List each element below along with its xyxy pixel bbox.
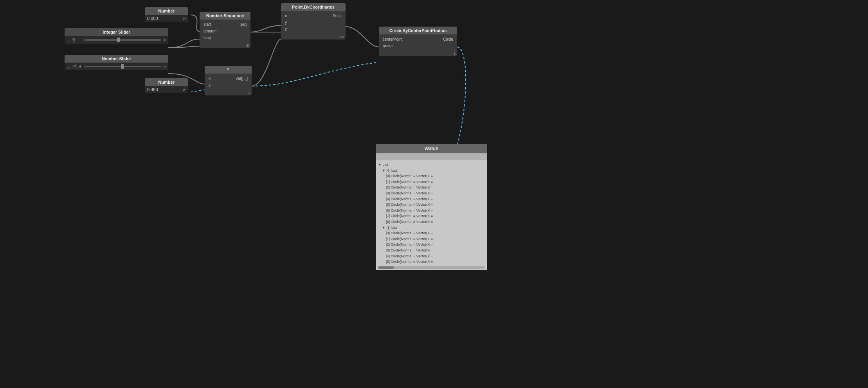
multiply-header: * [205, 66, 252, 74]
number-node-2: Number 0.450 > [145, 78, 188, 93]
circle-row-radius: radius [381, 43, 455, 49]
number-node-1-value: 0.000 [147, 16, 158, 21]
tree-item-0-3: [3] Circle(Normal = Vector(X = [378, 190, 485, 196]
seq-row-start: start seq [202, 21, 248, 28]
tree-item-0-1: [1] Circle(Normal = Vector(X = [378, 179, 485, 185]
integer-slider-body[interactable]: ⌄ 9 > [65, 36, 168, 44]
point-row-x: x Point [283, 13, 343, 19]
point-output: Point [333, 14, 343, 18]
integer-slider-value: 9 [72, 38, 82, 42]
mult-row-x: x var[]..[] [207, 75, 249, 82]
integer-slider-right-arrow: > [164, 38, 166, 42]
number-node-2-body[interactable]: 0.450 > [145, 86, 188, 93]
watch-node: Watch > > ▼ List ▼ [0] List [0] Circle(N… [376, 144, 487, 270]
watch-output-label: > [483, 154, 485, 159]
circle-port-radius: radius [381, 43, 395, 48]
number-node-1: Number 0.000 > [145, 7, 188, 22]
seq-port-amount: amount [202, 29, 218, 34]
tree-item-1-3: [3] Circle(Normal = Vector(X = [378, 248, 485, 253]
multiply-node: * x var[]..[] y 1 [205, 66, 252, 95]
watch-input-label: > [378, 154, 380, 159]
circle-by-center-point-radius-node: Circle.ByCenterPointRadius centerPoint C… [379, 27, 457, 56]
tree-item-0-5: [5] Circle(Normal = Vector(X = [378, 202, 485, 208]
multiply-footer: 1 [205, 90, 252, 95]
number-node-2-arrow: > [183, 87, 185, 92]
tree-item-0-0: [0] Circle(Normal = Vector(X = [378, 173, 485, 179]
seq-port-start: start [202, 22, 212, 27]
point-row-z: z [283, 26, 343, 32]
number-node-1-body[interactable]: 0.000 > [145, 15, 188, 22]
mult-row-y: y [207, 82, 249, 88]
multiply-body: x var[]..[] y [205, 74, 252, 90]
integer-slider-header: Integer Slider [65, 28, 168, 36]
number-slider-right-arrow: > [164, 64, 166, 69]
tree-item-1-5: [5] Circle(Normal = Vector(X = [378, 259, 485, 265]
circle-port-center: centerPoint [381, 37, 404, 42]
number-slider-body[interactable]: ⌄ 21.9 > [65, 63, 168, 70]
integer-slider-track[interactable] [84, 39, 161, 41]
point-footer-text: xxx [339, 35, 344, 39]
point-node-footer: xxx [281, 34, 346, 40]
tree-item-1-2: [2] Circle(Normal = Vector(X = [378, 242, 485, 248]
watch-content: ▼ List ▼ [0] List [0] Circle(Normal = Ve… [376, 160, 487, 270]
number-sequence-header: Number Sequence [200, 12, 250, 20]
slider-chevron-icon: ⌄ [67, 38, 70, 42]
tree-item-1-0: [0] Circle(Normal = Vector(X = [378, 230, 485, 236]
circle-node-body: centerPoint Circle radius [379, 34, 457, 51]
tree-item-0-8: [8] Circle(Normal = Vector(X = [378, 219, 485, 225]
point-port-y: y [283, 20, 288, 25]
tree-item-0-7: [7] Circle(Normal = Vector(X = [378, 213, 485, 219]
tree-item-list: ▼ List [378, 162, 485, 168]
integer-slider-thumb[interactable] [117, 38, 120, 42]
tree-item-0-4: [4] Circle(Normal = Vector(X = [378, 196, 485, 202]
seq-footer-text: ||| [246, 43, 249, 47]
tree-item-1-list: ▼ [1] List [378, 225, 485, 231]
seq-output-seq: seq [240, 22, 248, 27]
number-node-2-header: Number [145, 78, 188, 86]
seq-port-step: step [202, 35, 212, 40]
mult-footer-text: 1 [248, 91, 250, 95]
point-by-coordinates-node: Point.ByCoordinates x Point y z xxx [281, 3, 346, 40]
tree-item-0-6: [6] Circle(Normal = Vector(X = [378, 208, 485, 214]
number-sequence-footer: ||| [200, 43, 250, 48]
mult-port-y: y [207, 83, 212, 88]
seq-row-amount: amount [202, 28, 248, 34]
tree-item-0-2: [2] Circle(Normal = Vector(X = [378, 185, 485, 190]
canvas: Number 0.000 > Integer Slider ⌄ 9 > Numb… [0, 0, 868, 388]
circle-output: Circle [443, 37, 455, 41]
mult-output: var[]..[] [236, 76, 249, 81]
tree-item-1-4: [4] Circle(Normal = Vector(X = [378, 253, 485, 259]
point-port-z: z [283, 27, 288, 32]
circle-node-footer: 1 [379, 51, 457, 56]
circle-footer-text: 1 [454, 52, 456, 56]
watch-input-row[interactable]: > > [376, 153, 487, 160]
number-slider-header: Number Slider [65, 55, 168, 63]
number-node-2-value: 0.450 [147, 87, 158, 92]
circle-row-center: centerPoint Circle [381, 36, 455, 43]
number-slider-track[interactable] [84, 66, 161, 67]
mult-port-x: x [207, 76, 212, 81]
point-node-header: Point.ByCoordinates [281, 3, 346, 11]
integer-slider-node: Integer Slider ⌄ 9 > [65, 28, 168, 44]
watch-scrollbar[interactable] [378, 266, 485, 269]
number-slider-thumb[interactable] [121, 64, 124, 69]
circle-node-header: Circle.ByCenterPointRadius [379, 27, 457, 34]
tree-item-0-list: ▼ [0] List [378, 168, 485, 174]
seq-row-step: step [202, 34, 248, 41]
watch-scrollbar-thumb[interactable] [378, 266, 394, 269]
point-node-body: x Point y z [281, 11, 346, 34]
number-sequence-body: start seq amount step [200, 20, 250, 43]
watch-header: Watch [376, 144, 487, 153]
number-node-1-header: Number [145, 7, 188, 15]
num-slider-chevron-icon: ⌄ [67, 65, 70, 69]
number-node-1-arrow: > [183, 16, 185, 21]
number-sequence-node: Number Sequence start seq amount step ||… [200, 12, 250, 48]
number-slider-value: 21.9 [72, 64, 82, 69]
point-row-y: y [283, 19, 343, 26]
point-port-x: x [283, 13, 288, 18]
number-slider-node: Number Slider ⌄ 21.9 > [65, 55, 168, 70]
tree-item-1-1: [1] Circle(Normal = Vector(X = [378, 236, 485, 242]
